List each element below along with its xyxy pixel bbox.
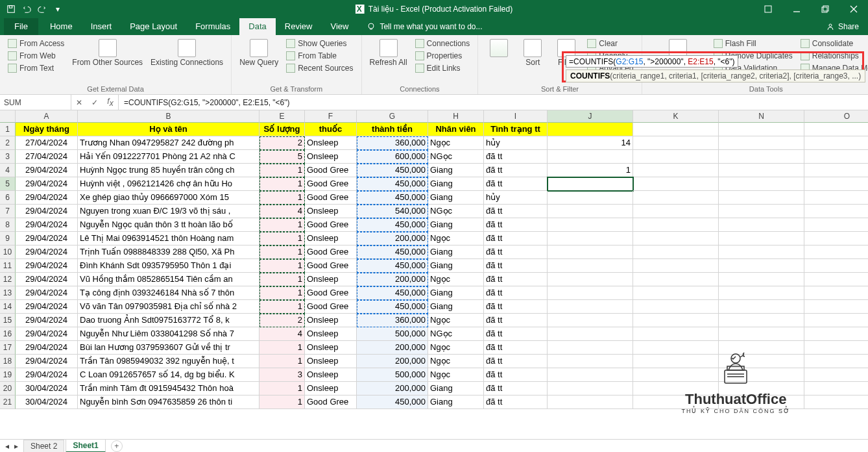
cell[interactable]: Giang <box>428 191 484 205</box>
cell[interactable]: 29/04/2024 <box>16 368 78 382</box>
from-other-sources-button[interactable]: From Other Sources <box>69 38 145 69</box>
row-header[interactable]: 16 <box>0 327 16 341</box>
cell[interactable]: 1 <box>259 300 305 314</box>
cell[interactable]: Giang <box>428 286 484 300</box>
cell[interactable]: 30/04/2024 <box>16 382 78 396</box>
cell[interactable]: 29/04/2024 <box>16 355 78 368</box>
row-header[interactable]: 19 <box>0 368 16 382</box>
cell[interactable] <box>804 191 868 205</box>
row-header[interactable]: 10 <box>0 245 16 259</box>
cell[interactable] <box>633 245 719 259</box>
row-header[interactable]: 18 <box>0 355 16 368</box>
cell[interactable] <box>719 164 804 177</box>
cell[interactable]: Good Gree <box>305 191 357 205</box>
cell[interactable]: Huỳnh việt , 0962121426 chợ ân hữu Ho <box>78 177 259 191</box>
qat-customize[interactable]: ▾ <box>51 2 65 16</box>
cell[interactable] <box>633 191 719 205</box>
cell[interactable]: 1 <box>259 355 305 368</box>
cell[interactable]: 5 <box>259 150 305 164</box>
cell[interactable]: 2 <box>259 314 305 327</box>
cell[interactable] <box>804 136 868 150</box>
cell[interactable] <box>804 177 868 191</box>
cell[interactable] <box>804 123 868 136</box>
cell[interactable]: Xe ghép giao thủy 0966697000 Xóm 15 <box>78 191 259 205</box>
cell[interactable]: NGọc <box>428 327 484 341</box>
col-header[interactable]: E <box>259 110 305 123</box>
cell[interactable]: 200,000 <box>357 341 428 355</box>
row-header[interactable]: 15 <box>0 314 16 327</box>
cell[interactable] <box>804 259 868 273</box>
cell[interactable] <box>804 218 868 232</box>
nav-next-icon[interactable]: ▸ <box>14 442 18 451</box>
sheet-tab[interactable]: Sheet 2 <box>23 440 64 452</box>
properties-button[interactable]: Properties <box>413 50 473 62</box>
row-header[interactable]: 13 <box>0 286 16 300</box>
cell[interactable] <box>548 368 633 382</box>
row-header[interactable]: 20 <box>0 382 16 396</box>
cell[interactable]: Onsleep <box>305 314 357 327</box>
cell[interactable]: Onsleep <box>305 232 357 245</box>
cell[interactable]: Số lượng <box>259 123 305 136</box>
cell[interactable]: đã tt <box>484 205 548 218</box>
row-header[interactable]: 12 <box>0 273 16 286</box>
cancel-formula-button[interactable]: ✕ <box>71 95 87 110</box>
close-button[interactable] <box>839 0 868 18</box>
cell[interactable]: Good Gree <box>305 218 357 232</box>
cell[interactable] <box>719 368 804 382</box>
cell[interactable] <box>633 177 719 191</box>
select-all-corner[interactable] <box>0 110 16 123</box>
row-header[interactable]: 14 <box>0 300 16 314</box>
cell[interactable]: Trần Tân 0985949032 392 nguyễn huệ, t <box>78 355 259 368</box>
tab-data[interactable]: Data <box>239 18 275 35</box>
cell[interactable]: 600,000 <box>357 150 428 164</box>
cell[interactable] <box>633 205 719 218</box>
cell[interactable]: Good Gree <box>305 396 357 409</box>
cell[interactable] <box>719 286 804 300</box>
new-query-button[interactable]: New Query <box>237 38 281 69</box>
cell[interactable]: 27/04/2024 <box>16 150 78 164</box>
cell[interactable]: 29/04/2024 <box>16 300 78 314</box>
cell[interactable] <box>719 314 804 327</box>
cell[interactable] <box>548 327 633 341</box>
cell[interactable]: đã tt <box>484 164 548 177</box>
cell[interactable]: 1 <box>259 177 305 191</box>
row-header[interactable]: 2 <box>0 136 16 150</box>
cell[interactable]: Nguyễn bình Sơn 0947635859 26 thôn ti <box>78 396 259 409</box>
refresh-all-button[interactable]: Refresh All <box>367 38 410 69</box>
cell[interactable]: hủy <box>484 191 548 205</box>
sheet-tab[interactable]: Sheet1 <box>66 439 105 452</box>
cell[interactable] <box>548 273 633 286</box>
cell[interactable]: Ngọc <box>428 341 484 355</box>
cell[interactable]: Nhân viên <box>428 123 484 136</box>
cell[interactable]: Onsleep <box>305 341 357 355</box>
cell[interactable] <box>548 191 633 205</box>
cell[interactable] <box>633 300 719 314</box>
cell[interactable] <box>719 300 804 314</box>
sort-button[interactable]: Sort <box>517 38 548 69</box>
edit-links-button[interactable]: Edit Links <box>413 62 473 74</box>
cell[interactable] <box>719 245 804 259</box>
col-header[interactable]: J <box>548 110 633 123</box>
save-button[interactable] <box>4 2 18 16</box>
cell[interactable]: Giang <box>428 164 484 177</box>
cell[interactable] <box>633 368 719 382</box>
cell[interactable] <box>633 327 719 341</box>
cell[interactable]: đã tt <box>484 273 548 286</box>
cell[interactable]: Good Gree <box>305 177 357 191</box>
cell[interactable]: thành tiền <box>357 123 428 136</box>
cell[interactable]: NGọc <box>428 205 484 218</box>
from-access-button[interactable]: From Access <box>5 38 67 49</box>
cell[interactable]: Giang <box>428 382 484 396</box>
cell[interactable]: Dao truong Ảnh Sdt0975163772 Tổ 8, k <box>78 314 259 327</box>
cell[interactable]: Good Gree <box>305 286 357 300</box>
cell[interactable]: 450,000 <box>357 177 428 191</box>
cell[interactable] <box>633 164 719 177</box>
cell[interactable] <box>804 355 868 368</box>
cell[interactable]: 200,000 <box>357 355 428 368</box>
redo-button[interactable] <box>35 2 49 16</box>
cell[interactable]: 450,000 <box>357 245 428 259</box>
cell[interactable] <box>548 286 633 300</box>
cell[interactable]: Ngọc <box>428 232 484 245</box>
cell[interactable]: Ngày tháng <box>16 123 78 136</box>
cell[interactable] <box>804 164 868 177</box>
